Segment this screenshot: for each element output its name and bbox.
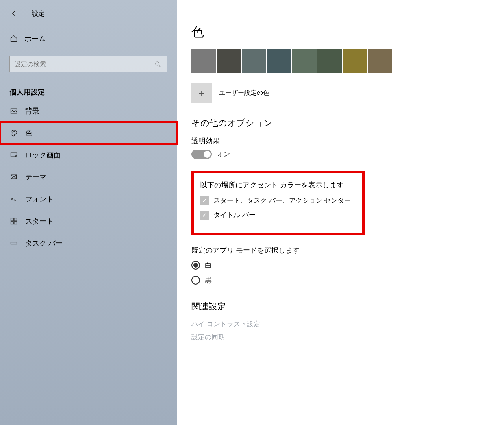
search-box[interactable] bbox=[9, 56, 167, 72]
related-link-highcontrast[interactable]: ハイ コントラスト設定 bbox=[191, 320, 488, 329]
sidebar-item-start[interactable]: スタート bbox=[0, 210, 177, 232]
app-mode-black[interactable]: 黒 bbox=[191, 275, 488, 285]
radio-icon bbox=[191, 261, 200, 270]
window-title: 設定 bbox=[32, 9, 45, 18]
search-icon bbox=[154, 60, 162, 68]
color-swatch[interactable] bbox=[242, 49, 266, 73]
page-title: 色 bbox=[191, 24, 488, 41]
svg-rect-10 bbox=[11, 218, 14, 221]
transparency-toggle[interactable] bbox=[191, 150, 212, 159]
color-swatch[interactable] bbox=[267, 49, 291, 73]
accent-heading: 以下の場所にアクセント カラーを表示します bbox=[200, 180, 356, 190]
transparency-label: 透明効果 bbox=[191, 136, 488, 146]
add-custom-color-button[interactable]: ＋ bbox=[191, 83, 212, 103]
home-icon bbox=[9, 34, 18, 43]
taskbar-icon bbox=[9, 239, 18, 248]
svg-point-2 bbox=[12, 133, 13, 133]
main-content: 色 ＋ ユーザー設定の色 その他のオプション 透明効果 オン 以下の場所にアクセ… bbox=[177, 0, 504, 425]
custom-color-row: ＋ ユーザー設定の色 bbox=[191, 83, 488, 103]
sidebar-item-taskbar[interactable]: タスク バー bbox=[0, 232, 177, 254]
svg-point-0 bbox=[156, 62, 159, 65]
svg-rect-14 bbox=[11, 242, 17, 244]
transparency-toggle-row: オン bbox=[191, 150, 488, 159]
sidebar-item-label: スタート bbox=[25, 216, 54, 226]
plus-icon: ＋ bbox=[196, 86, 207, 100]
sidebar-item-lockscreen[interactable]: ロック画面 bbox=[0, 144, 177, 166]
color-swatch[interactable] bbox=[191, 49, 216, 73]
related-link-sync[interactable]: 設定の同期 bbox=[191, 333, 488, 342]
sidebar-item-label: タスク バー bbox=[25, 238, 63, 248]
accent-check-start[interactable]: スタート、タスク バー、アクション センター bbox=[200, 196, 356, 205]
theme-icon bbox=[9, 173, 18, 181]
sidebar-item-fonts[interactable]: AA フォント bbox=[0, 188, 177, 210]
color-swatch[interactable] bbox=[317, 49, 342, 73]
accent-check-label: タイトル バー bbox=[213, 211, 256, 220]
sidebar: 設定 ホーム 個人用設定 背景 色 ロック画面 テーマ AA フォント スタート bbox=[0, 0, 177, 425]
font-icon: AA bbox=[9, 195, 18, 203]
sidebar-item-label: テーマ bbox=[25, 172, 46, 182]
radio-label: 白 bbox=[205, 261, 212, 270]
sidebar-item-background[interactable]: 背景 bbox=[0, 100, 177, 122]
color-swatch[interactable] bbox=[217, 49, 241, 73]
picture-icon bbox=[9, 107, 18, 115]
related-links: ハイ コントラスト設定 設定の同期 bbox=[191, 320, 488, 342]
checkbox-icon bbox=[200, 211, 209, 220]
color-swatch[interactable] bbox=[368, 49, 392, 73]
color-swatches bbox=[191, 49, 488, 73]
accent-surfaces-group: 以下の場所にアクセント カラーを表示します スタート、タスク バー、アクション … bbox=[191, 171, 365, 235]
svg-text:A: A bbox=[14, 198, 16, 202]
svg-rect-5 bbox=[11, 153, 17, 157]
svg-rect-11 bbox=[14, 218, 17, 221]
start-icon bbox=[9, 217, 18, 225]
search-input[interactable] bbox=[15, 61, 154, 68]
custom-color-label: ユーザー設定の色 bbox=[219, 89, 269, 97]
accent-check-label: スタート、タスク バー、アクション センター bbox=[213, 196, 351, 205]
app-mode-heading: 既定のアプリ モードを選択します bbox=[191, 246, 488, 255]
svg-point-3 bbox=[13, 131, 14, 132]
other-options-heading: その他のオプション bbox=[191, 117, 488, 129]
sidebar-item-label: 背景 bbox=[25, 106, 39, 116]
svg-point-4 bbox=[15, 131, 15, 132]
color-swatch[interactable] bbox=[292, 49, 317, 73]
palette-icon bbox=[9, 129, 18, 137]
sidebar-item-colors[interactable]: 色 bbox=[0, 122, 177, 144]
sidebar-item-themes[interactable]: テーマ bbox=[0, 166, 177, 188]
sidebar-item-label: 色 bbox=[25, 128, 32, 138]
back-button[interactable] bbox=[8, 7, 20, 20]
svg-text:A: A bbox=[11, 197, 14, 202]
sidebar-section: 個人用設定 bbox=[0, 80, 177, 100]
svg-rect-13 bbox=[14, 222, 17, 224]
sidebar-home-label: ホーム bbox=[24, 34, 46, 43]
titlebar: 設定 bbox=[0, 4, 177, 29]
sidebar-item-label: ロック画面 bbox=[25, 150, 61, 160]
sidebar-home[interactable]: ホーム bbox=[0, 29, 177, 48]
svg-rect-12 bbox=[11, 222, 14, 224]
radio-icon bbox=[191, 276, 200, 285]
sidebar-item-label: フォント bbox=[25, 194, 54, 204]
lockscreen-icon bbox=[9, 151, 18, 159]
app-mode-white[interactable]: 白 bbox=[191, 261, 488, 270]
transparency-state: オン bbox=[217, 150, 230, 159]
arrow-left-icon bbox=[10, 9, 19, 18]
checkbox-icon bbox=[200, 196, 209, 205]
svg-point-6 bbox=[15, 156, 17, 157]
radio-label: 黒 bbox=[205, 275, 212, 285]
accent-check-titlebar[interactable]: タイトル バー bbox=[200, 211, 356, 220]
color-swatch[interactable] bbox=[343, 49, 367, 73]
related-heading: 関連設定 bbox=[191, 301, 488, 312]
